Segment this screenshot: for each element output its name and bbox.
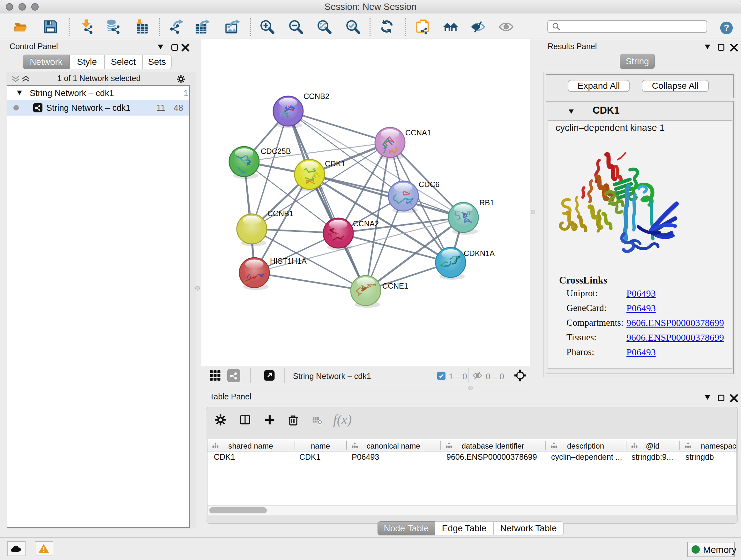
- svg-text:CDC25B: CDC25B: [261, 147, 291, 155]
- svg-text:CCNB1: CCNB1: [267, 209, 293, 218]
- svg-text:CCNB2: CCNB2: [304, 92, 329, 101]
- svg-text:RB1: RB1: [479, 198, 494, 207]
- svg-text:?: ?: [724, 23, 729, 33]
- svg-text:CCNA1: CCNA1: [405, 128, 431, 137]
- svg-text:CCNE1: CCNE1: [382, 282, 408, 290]
- svg-text:CCNA2: CCNA2: [353, 219, 379, 228]
- svg-text:CDKN1A: CDKN1A: [464, 249, 495, 258]
- svg-text:CDC6: CDC6: [419, 180, 440, 189]
- svg-text:HIST1H1A: HIST1H1A: [270, 257, 307, 265]
- svg-text:CDK1: CDK1: [325, 159, 345, 168]
